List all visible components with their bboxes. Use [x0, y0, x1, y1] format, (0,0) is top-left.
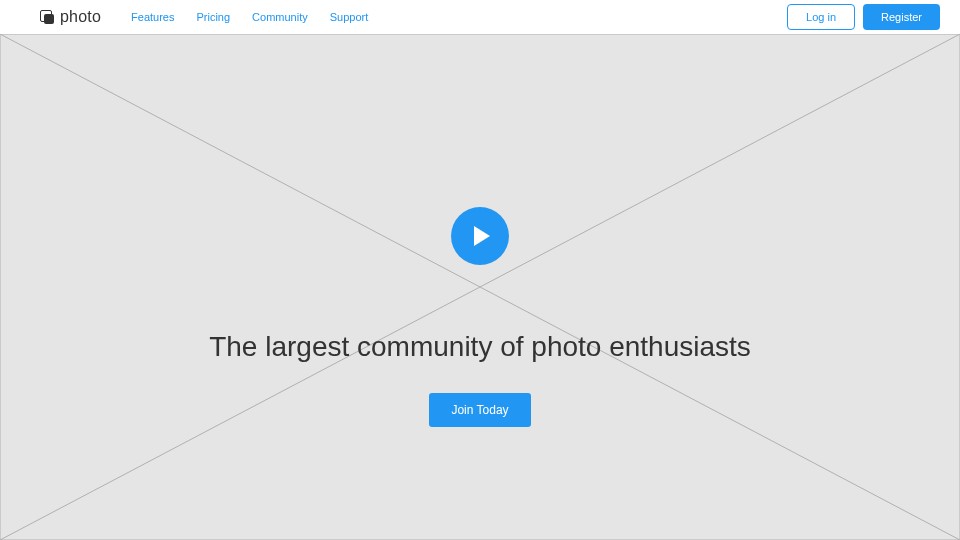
nav-link-community[interactable]: Community: [252, 11, 308, 23]
svg-line-2: [0, 34, 960, 540]
auth-actions: Log in Register: [787, 4, 940, 30]
brand[interactable]: photo: [40, 8, 101, 26]
hero-title: The largest community of photo enthusias…: [209, 331, 751, 363]
placeholder-cross-icon: [0, 34, 960, 540]
play-icon: [474, 226, 490, 246]
svg-line-1: [0, 34, 960, 540]
svg-rect-0: [0, 34, 960, 540]
nav-link-features[interactable]: Features: [131, 11, 174, 23]
nav-link-support[interactable]: Support: [330, 11, 369, 23]
join-button[interactable]: Join Today: [429, 393, 530, 427]
header: photo Features Pricing Community Support…: [0, 0, 960, 34]
logo-icon: [40, 10, 54, 24]
register-button[interactable]: Register: [863, 4, 940, 30]
play-button[interactable]: [451, 207, 509, 265]
hero: The largest community of photo enthusias…: [0, 34, 960, 540]
brand-name: photo: [60, 8, 101, 26]
nav-link-pricing[interactable]: Pricing: [196, 11, 230, 23]
login-button[interactable]: Log in: [787, 4, 855, 30]
primary-nav: Features Pricing Community Support: [131, 11, 368, 23]
